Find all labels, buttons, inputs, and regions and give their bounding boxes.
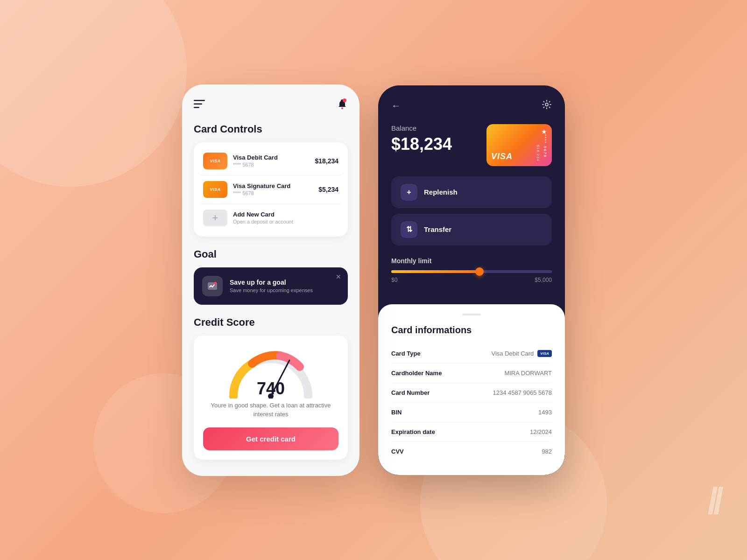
balance-label: Balance bbox=[391, 124, 452, 132]
bell-icon[interactable] bbox=[337, 98, 348, 112]
credit-score-title: Credit Score bbox=[194, 316, 348, 329]
card-list: VISA Visa Debit Card **** 5678 $18,234 V… bbox=[194, 142, 348, 237]
info-label-bin: BIN bbox=[391, 409, 402, 416]
hamburger-icon[interactable] bbox=[194, 100, 205, 110]
balance-left: Balance $18,234 bbox=[391, 124, 452, 154]
card-info-1: Visa Debit Card **** 5678 bbox=[233, 154, 315, 168]
info-label-expiration: Expiration date bbox=[391, 428, 435, 435]
add-card-info: Add New Card Open a deposit or account bbox=[233, 211, 338, 224]
card-info-panel: Card informations Card Type Visa Debit C… bbox=[378, 304, 565, 475]
info-value-cardholder: MIRA DORWART bbox=[504, 370, 552, 377]
action-buttons: + Replenish ⇅ Transfer bbox=[391, 176, 552, 245]
card-name-1: Visa Debit Card bbox=[233, 154, 315, 161]
svg-rect-2 bbox=[194, 107, 199, 108]
gauge-container: 740 bbox=[224, 347, 317, 399]
balance-row: Balance $18,234 ★ **** 5678 VISA $18,234 bbox=[391, 124, 552, 166]
slider-max-label: $5,000 bbox=[535, 277, 552, 283]
info-row-expiration: Expiration date 12/2024 bbox=[391, 422, 552, 442]
get-credit-button[interactable]: Get credit card bbox=[203, 427, 338, 450]
card-number-2: **** 5678 bbox=[233, 190, 318, 196]
list-item[interactable]: VISA Visa Signature Card **** 5678 $5,23… bbox=[201, 175, 341, 204]
settings-icon[interactable] bbox=[542, 99, 552, 112]
info-value-card-type: Visa Debit Card VISA bbox=[492, 350, 552, 357]
add-card-name: Add New Card bbox=[233, 211, 338, 218]
goal-title: Goal bbox=[194, 248, 348, 260]
panel-handle bbox=[462, 314, 481, 315]
slider-track bbox=[391, 270, 552, 273]
info-label-card-type: Card Type bbox=[391, 350, 421, 357]
card-controls-section: Card Controls VISA Visa Debit Card **** … bbox=[194, 123, 348, 237]
info-label-cvv: CVV bbox=[391, 448, 404, 455]
card-balance-2: $5,234 bbox=[318, 186, 338, 193]
goal-card: Save up for a goal Save money for upcomi… bbox=[194, 267, 348, 305]
gauge-score: 740 bbox=[257, 379, 285, 399]
balance-amount: $18,234 bbox=[391, 134, 452, 154]
transfer-label: Transfer bbox=[424, 225, 451, 233]
credit-score-section: Credit Score 740 Y bbox=[194, 316, 348, 460]
goal-section: Goal Save up for a goal Save money for u… bbox=[194, 248, 348, 305]
right-phone-header: ← bbox=[391, 99, 552, 112]
card-name-2: Visa Signature Card bbox=[233, 182, 318, 189]
svg-point-9 bbox=[545, 103, 548, 106]
goal-card-subtitle: Save money for upcoming expenses bbox=[230, 287, 313, 293]
back-icon[interactable]: ← bbox=[391, 100, 401, 111]
phones-container: Card Controls VISA Visa Debit Card **** … bbox=[182, 84, 565, 476]
phone-right: ← Balance $18,234 ★ **** 5678 bbox=[378, 85, 565, 475]
visa-card-thumb-1: VISA bbox=[203, 153, 227, 169]
add-card-thumb: + bbox=[203, 210, 227, 226]
monthly-limit-section: Monthly limit $0 $5,000 bbox=[391, 257, 552, 283]
card-controls-title: Card Controls bbox=[194, 123, 348, 135]
left-phone-header bbox=[194, 98, 348, 112]
info-row-card-number: Card Number 1234 4587 9065 5678 bbox=[391, 383, 552, 403]
info-value-bin: 1493 bbox=[538, 409, 552, 416]
info-value-card-number: 1234 4587 9065 5678 bbox=[493, 389, 552, 396]
info-row-cardholder: Cardholder Name MIRA DORWART bbox=[391, 364, 552, 383]
monthly-limit-label: Monthly limit bbox=[391, 257, 552, 265]
replenish-button[interactable]: + Replenish bbox=[391, 176, 552, 208]
goal-close-button[interactable]: ✕ bbox=[336, 273, 341, 280]
visa-card-number-vertical: **** 5678 bbox=[543, 134, 547, 158]
svg-point-4 bbox=[343, 98, 346, 102]
right-phone-top: ← Balance $18,234 ★ **** 5678 bbox=[378, 85, 565, 304]
slider-min-label: $0 bbox=[391, 277, 397, 283]
list-item[interactable]: VISA Visa Debit Card **** 5678 $18,234 bbox=[201, 147, 341, 175]
slider-row bbox=[391, 270, 552, 273]
goal-text: Save up for a goal Save money for upcomi… bbox=[230, 279, 313, 293]
goal-card-title: Save up for a goal bbox=[230, 279, 313, 286]
info-label-card-number: Card Number bbox=[391, 389, 430, 396]
transfer-button[interactable]: ⇅ Transfer bbox=[391, 214, 552, 245]
svg-rect-0 bbox=[194, 100, 205, 101]
plus-icon: + bbox=[212, 212, 218, 224]
card-info-2: Visa Signature Card **** 5678 bbox=[233, 182, 318, 196]
credit-description: Youre in good shape. Get a loan at attra… bbox=[203, 401, 338, 419]
info-row-card-type: Card Type Visa Debit Card VISA bbox=[391, 344, 552, 364]
visa-label-1: VISA bbox=[210, 159, 220, 163]
visa-label-2: VISA bbox=[210, 187, 220, 192]
list-item[interactable]: + Add New Card Open a deposit or account bbox=[201, 204, 341, 232]
visa-card-amount: $18,234 bbox=[536, 145, 540, 161]
credit-card: 740 Youre in good shape. Get a loan at a… bbox=[194, 336, 348, 460]
info-label-cardholder: Cardholder Name bbox=[391, 370, 442, 377]
svg-point-6 bbox=[214, 282, 217, 285]
visa-card-thumb-2: VISA bbox=[203, 181, 227, 198]
goal-icon bbox=[202, 276, 223, 296]
slider-labels: $0 $5,000 bbox=[391, 277, 552, 283]
visa-card-visual: ★ **** 5678 VISA $18,234 bbox=[486, 124, 552, 166]
info-value-cvv: 982 bbox=[542, 448, 552, 455]
visa-card-brand: VISA bbox=[491, 152, 513, 161]
svg-point-3 bbox=[341, 107, 343, 109]
replenish-icon: + bbox=[401, 184, 417, 201]
panel-title: Card informations bbox=[391, 325, 552, 336]
slider-thumb[interactable] bbox=[475, 267, 484, 276]
info-value-expiration: 12/2024 bbox=[530, 428, 552, 435]
double-slash-decoration: // bbox=[708, 480, 719, 523]
transfer-icon: ⇅ bbox=[401, 221, 417, 238]
card-balance-1: $18,234 bbox=[315, 157, 338, 165]
svg-rect-1 bbox=[194, 103, 202, 105]
add-card-subtitle: Open a deposit or account bbox=[233, 219, 338, 224]
card-number-1: **** 5678 bbox=[233, 162, 315, 168]
phone-left: Card Controls VISA Visa Debit Card **** … bbox=[182, 84, 359, 476]
visa-badge: VISA bbox=[537, 350, 552, 357]
info-row-bin: BIN 1493 bbox=[391, 403, 552, 422]
info-row-cvv: CVV 982 bbox=[391, 442, 552, 461]
